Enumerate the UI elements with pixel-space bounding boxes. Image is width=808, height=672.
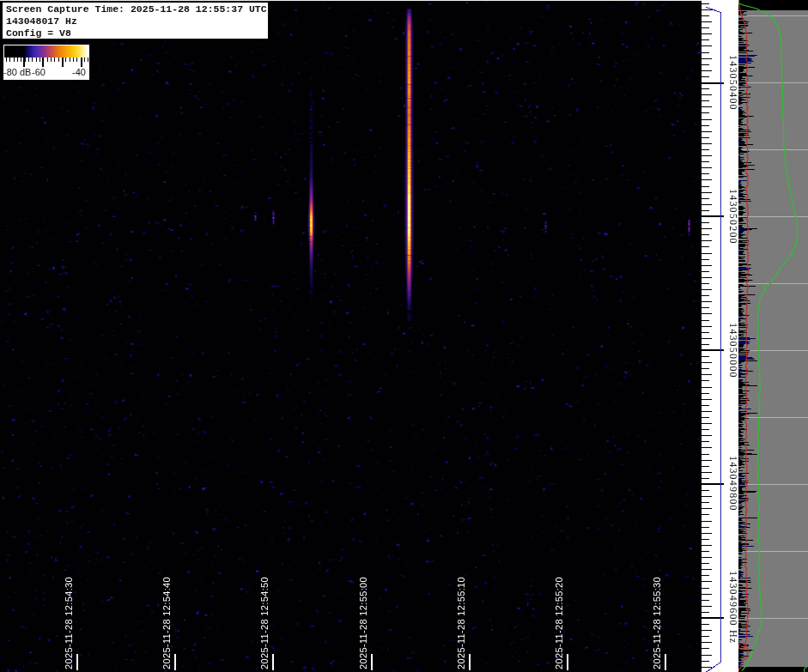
capture-frequency-text: 143048017 Hz (6, 15, 268, 27)
frequency-label: 143049600 Hz (726, 571, 739, 644)
time-tick (272, 654, 274, 670)
spectrum-graph-panel (738, 0, 808, 672)
color-gradient-bar (4, 45, 88, 58)
time-tick (371, 654, 373, 670)
frequency-label: 143050200 (726, 189, 739, 245)
capture-info-box: Screen Capture Time: 2025-11-28 12:55:37… (1, 1, 270, 40)
time-label: 2025-11-28 12:54:40 (161, 577, 172, 669)
time-tick (76, 654, 78, 670)
scale-label-80db: -80 dB (3, 67, 31, 77)
time-tick (665, 654, 666, 670)
spectrum-canvas (738, 0, 808, 672)
frequency-label: 143049800 (726, 456, 739, 512)
spectrum-lab-screen-capture: Screen Capture Time: 2025-11-28 12:55:37… (0, 0, 808, 672)
frequency-label: 143050400 (726, 55, 739, 111)
scale-label-60db: -60 (32, 67, 46, 77)
frequency-axis: 1430504001430502001430500001430498001430… (702, 0, 738, 672)
amplitude-color-scale: -80 dB -60 -40 (3, 45, 89, 80)
capture-time-text: Screen Capture Time: 2025-11-28 12:55:37… (6, 3, 268, 15)
waterfall-spectrogram: Screen Capture Time: 2025-11-28 12:55:37… (0, 0, 702, 672)
scale-label-40db: -40 (72, 67, 86, 77)
time-label: 2025-11-28 12:54:50 (259, 577, 270, 669)
frequency-label: 143050000 (726, 323, 739, 378)
time-tick (567, 654, 568, 670)
capture-config-text: Config = V8 (6, 27, 268, 39)
time-label: 2025-11-28 12:55:00 (358, 577, 368, 669)
waterfall-canvas (0, 0, 702, 672)
time-label: 2025-11-28 12:55:30 (652, 577, 662, 669)
time-label: 2025-11-28 12:54:30 (64, 577, 74, 669)
time-tick (174, 654, 176, 670)
time-tick (469, 654, 471, 670)
time-label: 2025-11-28 12:55:20 (554, 577, 564, 669)
time-label: 2025-11-28 12:55:10 (456, 577, 466, 669)
